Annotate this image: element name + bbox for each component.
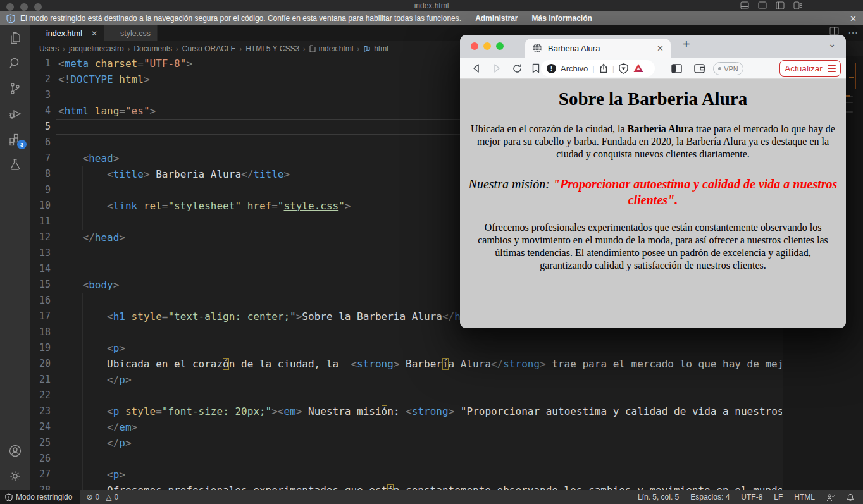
sidebar-item-testing[interactable] — [0, 152, 30, 177]
breadcrumb-item[interactable]: Documents — [133, 44, 172, 53]
line-number: 10 — [30, 198, 51, 214]
beaker-icon — [8, 157, 23, 172]
code-line[interactable] — [58, 388, 782, 403]
breadcrumb-item[interactable]: HTML5 Y CSS3 — [245, 44, 299, 53]
sidebar-item-run-debug[interactable] — [0, 101, 30, 126]
toggle-primary-sidebar-icon[interactable] — [776, 1, 785, 9]
tab-index-html[interactable]: index.html ✕ — [30, 25, 104, 41]
reload-button[interactable] — [509, 61, 525, 76]
toggle-secondary-sidebar-icon[interactable] — [758, 1, 767, 9]
browser-tab[interactable]: Barberia Alura ✕ — [525, 39, 671, 58]
eol-status[interactable]: LF — [774, 493, 783, 501]
code-line[interactable]: Ubicada en el corazón de la ciudad, la <… — [58, 356, 782, 372]
minimap-unicode-marker — [849, 77, 854, 78]
address-bar[interactable]: ! Archivo | | — [541, 60, 655, 77]
cursor-position-status[interactable]: Lín. 5, col. 5 — [638, 493, 679, 501]
line-number: 27 — [30, 467, 51, 482]
wallet-icon[interactable] — [692, 61, 707, 76]
breadcrumb-item[interactable]: jacquelinecastro — [69, 44, 124, 53]
vscode-titlebar: index.html — [0, 0, 863, 11]
bell-icon[interactable] — [847, 493, 854, 501]
files-icon — [8, 30, 23, 46]
gear-icon — [8, 469, 23, 484]
code-line[interactable]: </em> — [58, 419, 782, 435]
banner-close-icon[interactable]: ✕ — [850, 14, 857, 23]
browser-window-controls[interactable] — [471, 42, 504, 50]
line-number: 25 — [30, 435, 51, 451]
feedback-icon[interactable] — [826, 493, 835, 501]
restricted-mode-label: Modo restringido — [16, 493, 72, 501]
restricted-mode-status[interactable]: Modo restringido — [0, 490, 80, 504]
sidebar-item-explorer[interactable] — [0, 25, 30, 51]
menu-icon — [828, 65, 836, 72]
tab-style-css[interactable]: style.css — [104, 25, 158, 41]
problems-status[interactable]: ⊘0 △0 — [86, 493, 118, 501]
breadcrumb-item-file[interactable]: index.html — [319, 44, 354, 53]
shield-icon — [5, 493, 13, 501]
code-line[interactable] — [58, 451, 782, 467]
banner-learn-more-link[interactable]: Más información — [531, 14, 592, 23]
site-info-icon[interactable]: ! — [547, 64, 556, 73]
breadcrumb-item-symbol[interactable]: html — [374, 44, 388, 53]
line-number: 11 — [30, 214, 51, 230]
errors-count: 0 — [95, 493, 99, 501]
update-menu-button[interactable]: Actualizar — [779, 60, 841, 77]
errors-icon: ⊘ — [86, 493, 92, 501]
sidebar-item-source-control[interactable] — [0, 76, 30, 101]
line-number: 15 — [30, 277, 51, 293]
minimize-window-button[interactable] — [483, 42, 491, 50]
banner-manage-link[interactable]: Administrar — [475, 14, 518, 23]
sidebar-item-extensions[interactable]: 3 — [0, 126, 30, 152]
code-line[interactable]: <p> — [58, 467, 782, 482]
close-tab-icon[interactable]: ✕ — [657, 44, 664, 53]
line-number: 22 — [30, 388, 51, 403]
globe-favicon — [532, 43, 542, 53]
close-tab-icon[interactable]: ✕ — [91, 29, 97, 38]
tab-label: index.html — [46, 29, 82, 38]
shield-icon — [6, 14, 15, 23]
sidebar-item-search[interactable] — [0, 51, 30, 76]
indentation-status[interactable]: Espacios: 4 — [690, 493, 730, 501]
line-number: 7 — [30, 151, 51, 166]
forward-button[interactable] — [489, 61, 504, 76]
code-line[interactable]: Ofrecemos profesionales experimentados q… — [58, 482, 782, 490]
brave-shields-icon[interactable] — [619, 63, 628, 74]
symbol-html-icon — [363, 45, 371, 52]
back-button[interactable] — [469, 61, 484, 76]
update-label: Actualizar — [785, 64, 822, 73]
more-actions-icon[interactable]: ⋯ — [848, 27, 858, 39]
tab-label: style.css — [120, 29, 151, 38]
code-line[interactable]: </p> — [58, 372, 782, 388]
vpn-button[interactable]: VPN — [713, 62, 743, 75]
extensions-badge: 3 — [17, 140, 27, 149]
breadcrumb-item[interactable]: Users — [39, 44, 59, 53]
code-line[interactable]: <p style="font-size: 20px;"><em> Nuestra… — [58, 403, 782, 419]
encoding-status[interactable]: UTF-8 — [741, 493, 762, 501]
share-icon[interactable] — [599, 63, 608, 73]
scrollbar-lane[interactable] — [855, 56, 863, 490]
zoom-window-button[interactable] — [496, 42, 504, 50]
source-control-icon — [8, 81, 23, 96]
address-label: Archivo — [561, 64, 588, 73]
warnings-icon: △ — [106, 493, 111, 501]
code-line[interactable]: </p> — [58, 435, 782, 451]
brave-rewards-icon[interactable] — [633, 63, 644, 73]
browser-toolbar: ! Archivo | | VPN Actualizar — [460, 58, 846, 79]
toggle-panel-icon[interactable] — [740, 1, 749, 9]
customize-layout-icon[interactable] — [793, 1, 802, 9]
line-number: 2 — [30, 71, 51, 87]
code-line[interactable]: <p> — [58, 340, 782, 356]
sidebar-item-account[interactable] — [0, 438, 30, 464]
close-window-button[interactable] — [471, 42, 478, 50]
sidebar-item-settings[interactable] — [0, 464, 30, 489]
sidebar-toggle-icon[interactable] — [669, 61, 684, 76]
page-title: Sobre la Barberia Alura — [460, 89, 846, 109]
new-tab-button[interactable]: + — [683, 37, 690, 52]
breadcrumb-item[interactable]: Curso ORACLE — [182, 44, 236, 53]
language-mode-status[interactable]: HTML — [794, 493, 815, 501]
line-number: 9 — [30, 182, 51, 198]
screen: index.html El modo restringido está dest… — [0, 0, 863, 504]
tab-search-chevron-icon[interactable]: ⌄ — [828, 39, 836, 49]
line-number: 20 — [30, 356, 51, 372]
line-number: 3 — [30, 87, 51, 103]
